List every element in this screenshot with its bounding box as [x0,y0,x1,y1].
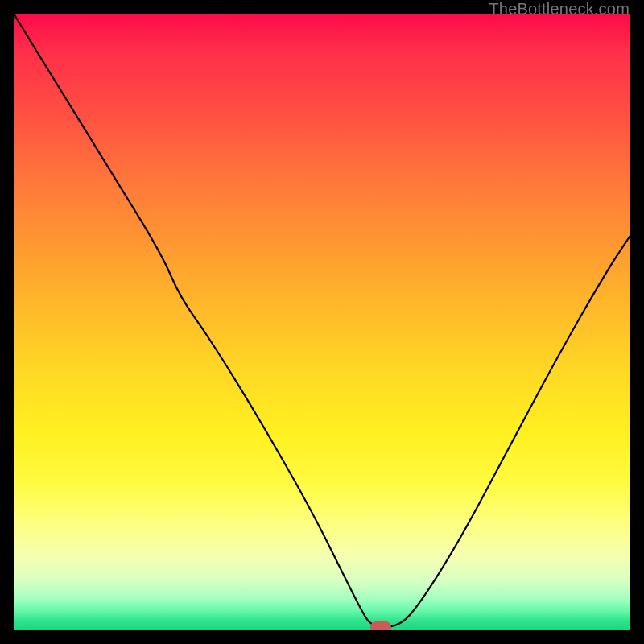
plot-area [14,14,630,630]
bottleneck-curve [14,14,630,630]
chart-frame: TheBottleneck.com [0,0,644,644]
optimal-point-marker [370,621,391,630]
watermark-text: TheBottleneck.com [489,0,630,19]
